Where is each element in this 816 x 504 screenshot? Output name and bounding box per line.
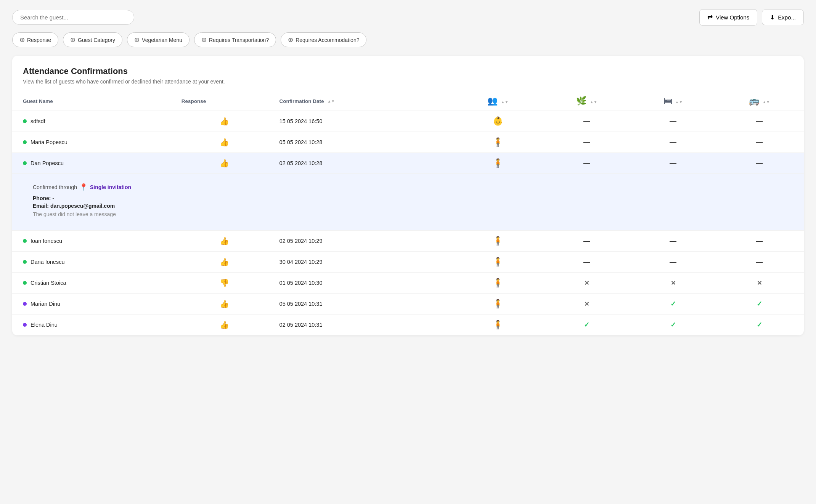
thumbup-icon: 👍 (220, 258, 229, 266)
check-icon: ✓ (670, 300, 676, 308)
table-row[interactable]: Marian Dinu 👍 05 05 2024 10:31 🧍 ✕ ✓ ✓ (12, 294, 804, 315)
guest-message: The guest did not leave a message (33, 211, 787, 217)
phone-label: Phone: (33, 195, 51, 201)
table-header: Guest Name Response Confirmation Date ▲▼… (12, 91, 804, 111)
veg-sort-arrows[interactable]: ▲▼ (590, 100, 598, 104)
filter-label: Vegetarian Menu (142, 37, 182, 43)
filter-chip[interactable]: ⊕Guest Category (63, 32, 122, 47)
filter-chip[interactable]: ⊕Requires Accommodation? (281, 32, 366, 47)
cross-icon: ✕ (584, 301, 589, 307)
filter-chip[interactable]: ⊕Vegetarian Menu (127, 32, 190, 47)
table-row[interactable]: Dana Ionescu 👍 30 04 2024 10:29 🧍 — — — (12, 252, 804, 273)
thumbup-icon: 👍 (220, 237, 229, 245)
plus-icon: ⊕ (201, 36, 207, 44)
adult-icon: 🧍 (493, 320, 503, 329)
top-bar: ⇄ View Options ⬇ Expo... (12, 9, 804, 26)
date-sort-arrows[interactable]: ▲▼ (327, 100, 335, 103)
bed-sort-arrows[interactable]: ▲▼ (675, 100, 683, 104)
detail-cell: Confirmed through 📍 Single invitation Ph… (12, 174, 804, 231)
guest-name: Dan Popescu (31, 160, 64, 166)
cat-sort-arrows[interactable]: ▲▼ (501, 100, 509, 104)
card-header: Attendance Confirmations View the list o… (12, 66, 804, 91)
category-cell: 🧍 (453, 252, 542, 273)
dash-icon: — (583, 237, 590, 245)
plus-icon: ⊕ (288, 36, 293, 44)
guest-name-cell: Elena Dinu (12, 315, 175, 335)
bed-cell: — (631, 132, 715, 153)
filter-bar: ⊕Response⊕Guest Category⊕Vegetarian Menu… (12, 32, 804, 47)
date-cell: 30 04 2024 10:29 (273, 252, 454, 273)
table-row[interactable]: Maria Popescu 👍 05 05 2024 10:28 🧍 — — — (12, 132, 804, 153)
category-cell: 🧍 (453, 273, 542, 294)
filter-chip[interactable]: ⊕Requires Transportation? (194, 32, 276, 47)
dash-icon: — (756, 117, 763, 125)
thumbup-icon: 👍 (220, 117, 229, 125)
bus-cell: — (715, 153, 804, 174)
veg-cell: — (542, 111, 631, 132)
guest-name: Dana Ionescu (31, 259, 64, 265)
thumbup-icon: 👍 (220, 159, 229, 167)
filter-label: Requires Accommodation? (296, 37, 359, 43)
guest-name: Maria Popescu (31, 139, 67, 145)
status-dot (23, 302, 27, 306)
search-input[interactable] (12, 10, 134, 25)
view-options-label: View Options (716, 14, 749, 21)
search-wrapper (12, 10, 134, 25)
response-cell: 👍 (175, 153, 273, 174)
guest-name-cell: Cristian Stoica (12, 273, 175, 294)
people-icon: 👥 (487, 96, 498, 106)
table-row[interactable]: sdfsdf 👍 15 05 2024 16:50 👶 — — — (12, 111, 804, 132)
export-button[interactable]: ⬇ Expo... (762, 10, 804, 25)
bed-icon: 🛏 (663, 96, 672, 106)
veg-cell: ✕ (542, 294, 631, 315)
check-icon: ✓ (757, 321, 762, 329)
col-category: 👥 ▲▼ (453, 91, 542, 111)
table-row[interactable]: Dan Popescu 👍 02 05 2024 10:28 🧍 — — — (12, 153, 804, 174)
check-icon: ✓ (584, 321, 590, 329)
thumbup-icon: 👍 (220, 138, 229, 146)
bed-cell: — (631, 111, 715, 132)
category-cell: 🧍 (453, 132, 542, 153)
dash-icon: — (670, 237, 676, 245)
dash-icon: — (756, 237, 763, 245)
col-veg: 🌿 ▲▼ (542, 91, 631, 111)
filter-chip[interactable]: ⊕Response (12, 32, 58, 47)
response-cell: 👍 (175, 231, 273, 252)
page-wrapper: ⇄ View Options ⬇ Expo... ⊕Response⊕Guest… (0, 0, 816, 504)
guest-name-cell: Ioan Ionescu (12, 231, 175, 252)
dash-icon: — (583, 117, 590, 125)
view-options-button[interactable]: ⇄ View Options (699, 9, 757, 26)
sliders-icon: ⇄ (707, 13, 713, 21)
response-cell: 👍 (175, 315, 273, 335)
col-guest-name: Guest Name (12, 91, 175, 111)
bed-cell: — (631, 231, 715, 252)
category-cell: 🧍 (453, 315, 542, 335)
col-bus: 🚌 ▲▼ (715, 91, 804, 111)
guest-name-cell: Maria Popescu (12, 132, 175, 153)
check-icon: ✓ (757, 300, 762, 308)
guests-table: Guest Name Response Confirmation Date ▲▼… (12, 91, 804, 335)
bus-cell: ✓ (715, 315, 804, 335)
bus-sort-arrows[interactable]: ▲▼ (762, 100, 770, 104)
adult-icon: 🧍 (493, 278, 503, 287)
guest-name-cell: Dana Ionescu (12, 252, 175, 273)
export-label: Expo... (778, 14, 796, 21)
date-cell: 02 05 2024 10:31 (273, 315, 454, 335)
plus-icon: ⊕ (134, 36, 140, 44)
table-row[interactable]: Elena Dinu 👍 02 05 2024 10:31 🧍 ✓ ✓ ✓ (12, 315, 804, 335)
status-dot (23, 119, 27, 123)
guest-name: Marian Dinu (31, 301, 60, 307)
date-cell: 05 05 2024 10:31 (273, 294, 454, 315)
table-row[interactable]: Ioan Ionescu 👍 02 05 2024 10:29 🧍 — — — (12, 231, 804, 252)
thumbdown-icon: 👎 (220, 279, 229, 287)
dash-icon: — (756, 138, 763, 146)
bus-icon: 🚌 (749, 96, 759, 106)
cross-icon: ✕ (671, 280, 676, 286)
veg-cell: — (542, 231, 631, 252)
guest-name: Elena Dinu (31, 322, 58, 328)
category-cell: 🧍 (453, 231, 542, 252)
cross-icon: ✕ (757, 280, 762, 286)
table-row[interactable]: Cristian Stoica 👎 01 05 2024 10:30 🧍 ✕ ✕… (12, 273, 804, 294)
email-value: dan.popescu@gmail.com (50, 203, 115, 209)
category-cell: 🧍 (453, 153, 542, 174)
